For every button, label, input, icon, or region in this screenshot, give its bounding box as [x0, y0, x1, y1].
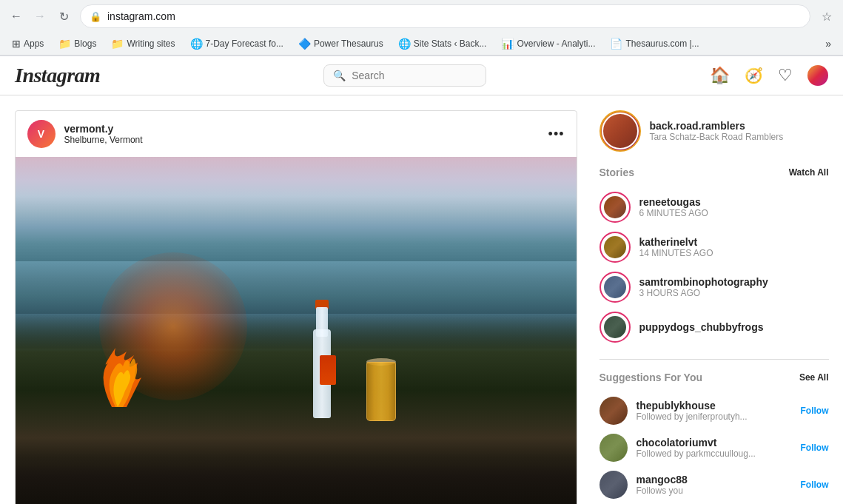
heart-icon[interactable]: ♡ [778, 66, 793, 85]
stories-header: Stories Watch All [599, 167, 829, 178]
suggestion-username-3[interactable]: mangoc88 [637, 474, 792, 485]
sidebar: back.road.ramblers Tara Schatz-Back Road… [599, 110, 829, 504]
suggestion-item-2: chocolatoriumvt Followed by parkmccuullo… [599, 429, 829, 466]
stories-section: Stories Watch All reneetougas 6 MINUTES … [599, 167, 829, 347]
vodka-bottle [307, 307, 337, 418]
sidebar-profile: back.road.ramblers Tara Schatz-Back Road… [599, 110, 829, 152]
post-image [16, 157, 577, 504]
story-avatar-4[interactable] [599, 312, 631, 343]
story-avatar-inner-1 [602, 195, 628, 220]
stories-title: Stories [599, 167, 634, 178]
suggestion-avatar-2[interactable] [599, 434, 628, 462]
reload-button[interactable]: ↻ [53, 6, 74, 27]
bookmarks-bar: ⊞ Apps 📁 Blogs 📁 Writing sites 🌐 7-Day F… [0, 33, 843, 56]
story-avatar-3[interactable] [599, 272, 631, 303]
instagram-header: Instagram 🔍 🏠 🧭 ♡ [0, 56, 843, 95]
bookmark-writing-sites[interactable]: 📁 Writing sites [105, 36, 181, 52]
post-more-options[interactable]: ••• [548, 127, 565, 142]
story-item-2[interactable]: katherinelvt 14 MINUTES AGO [599, 227, 829, 267]
story-username-4: puppydogs_chubbyfrogs [639, 321, 829, 333]
post-location[interactable]: Shelburne, Vermont [64, 135, 143, 145]
sidebar-avatar-inner [602, 112, 639, 149]
suggestion-username-1[interactable]: thepublykhouse [637, 400, 792, 411]
bookmark-power-thesaurus[interactable]: 🔷 Power Thesaurus [292, 36, 389, 52]
suggestion-reason-1: Followed by jeniferproutyh... [637, 411, 792, 422]
suggestion-username-2[interactable]: chocolatoriumvt [637, 437, 792, 448]
story-item[interactable]: reneetougas 6 MINUTES AGO [599, 187, 829, 227]
page-icon: 📄 [610, 38, 622, 50]
story-avatar-1[interactable] [599, 192, 631, 223]
instagram-app: Instagram 🔍 🏠 🧭 ♡ V vermont.y [0, 56, 843, 504]
search-box[interactable]: 🔍 [323, 64, 486, 87]
more-bookmarks-button[interactable]: » [819, 36, 837, 52]
search-icon: 🔍 [333, 70, 346, 81]
follow-button-2[interactable]: Follow [801, 443, 829, 453]
folder-icon: 📁 [58, 38, 71, 50]
story-username-2: katherinelvt [639, 236, 829, 248]
user-avatar[interactable] [807, 65, 828, 86]
globe-icon: 🌐 [190, 38, 203, 50]
address-bar[interactable]: 🔒 instagram.com [80, 4, 810, 28]
suggestion-info-3: mangoc88 Follows you [637, 474, 792, 496]
story-info-1: reneetougas 6 MINUTES AGO [639, 196, 829, 218]
lock-icon: 🔒 [90, 11, 101, 22]
story-item-3[interactable]: samtrombinophotography 3 HOURS AGO [599, 267, 829, 307]
instagram-feed: V vermont.y Shelburne, Vermont ••• [15, 110, 577, 504]
story-avatar-inner-3 [602, 275, 628, 300]
follow-button-3[interactable]: Follow [801, 480, 829, 490]
bookmark-forecast[interactable]: 🌐 7-Day Forecast fo... [184, 36, 289, 52]
suggestions-title: Suggestions For You [599, 372, 703, 383]
instagram-logo: Instagram [15, 64, 100, 87]
globe-icon-2: 🌐 [398, 38, 411, 50]
suggestion-info-1: thepublykhouse Followed by jeniferprouty… [637, 400, 792, 422]
story-username-1: reneetougas [639, 196, 829, 208]
flames-svg [82, 303, 215, 407]
suggestions-section: Suggestions For You See All thepublykhou… [599, 372, 829, 503]
story-avatar-2[interactable] [599, 232, 631, 263]
suggestion-info-2: chocolatoriumvt Followed by parkmccuullo… [637, 437, 792, 459]
follow-button-1[interactable]: Follow [801, 406, 829, 416]
story-info-3: samtrombinophotography 3 HOURS AGO [639, 276, 829, 298]
story-info-2: katherinelvt 14 MINUTES AGO [639, 236, 829, 258]
browser-chrome: ← → ↻ 🔒 instagram.com ☆ ⊞ Apps 📁 Blogs 📁… [0, 0, 843, 56]
suggestions-header: Suggestions For You See All [599, 372, 829, 383]
search-input[interactable] [352, 70, 477, 81]
bookmark-thesaurus[interactable]: 📄 Thesaurus.com |... [604, 36, 705, 52]
compass-icon[interactable]: 🧭 [745, 67, 763, 84]
suggestion-item-1: thepublykhouse Followed by jeniferprouty… [599, 392, 829, 429]
suggestion-reason-2: Followed by parkmccuulloug... [637, 448, 792, 459]
forward-button[interactable]: → [30, 6, 50, 27]
sidebar-username[interactable]: back.road.ramblers [650, 120, 829, 132]
bookmark-star-button[interactable]: ☆ [816, 6, 837, 27]
bookmark-overview[interactable]: 📊 Overview - Analyti... [495, 36, 601, 52]
diamond-icon: 🔷 [298, 38, 311, 50]
post-user: V vermont.y Shelburne, Vermont [27, 120, 143, 148]
suggestion-avatar-3[interactable] [599, 471, 628, 499]
browser-toolbar: ← → ↻ 🔒 instagram.com ☆ [0, 0, 843, 33]
suggestion-item-3: mangoc88 Follows you Follow [599, 466, 829, 503]
suggestion-avatar-1[interactable] [599, 397, 628, 425]
sidebar-profile-avatar[interactable] [599, 110, 641, 152]
story-time-2: 14 MINUTES AGO [639, 248, 829, 258]
nav-buttons: ← → ↻ [6, 6, 74, 27]
bottle-body [313, 329, 331, 418]
home-icon[interactable]: 🏠 [710, 66, 730, 85]
suggestion-reason-3: Follows you [637, 485, 792, 496]
see-all-button[interactable]: See All [799, 372, 829, 383]
story-item-4[interactable]: puppydogs_chubbyfrogs [599, 307, 829, 347]
nav-icons: 🏠 🧭 ♡ [710, 65, 828, 86]
sidebar-user-info: back.road.ramblers Tara Schatz-Back Road… [650, 120, 829, 142]
bookmark-apps[interactable]: ⊞ Apps [6, 36, 50, 52]
post-avatar[interactable]: V [27, 120, 56, 148]
watch-all-button[interactable]: Watch All [789, 167, 829, 178]
apps-grid-icon: ⊞ [12, 38, 21, 50]
bookmark-blogs[interactable]: 📁 Blogs [53, 36, 102, 52]
back-button[interactable]: ← [6, 6, 27, 27]
story-time-3: 3 HOURS AGO [639, 288, 829, 298]
stories-divider [599, 359, 829, 360]
sidebar-display-name: Tara Schatz-Back Road Ramblers [650, 132, 829, 142]
bookmark-site-stats[interactable]: 🌐 Site Stats ‹ Back... [392, 36, 493, 52]
post-username[interactable]: vermont.y [64, 123, 143, 135]
url-text: instagram.com [107, 10, 801, 22]
campfire-scene [16, 157, 577, 504]
